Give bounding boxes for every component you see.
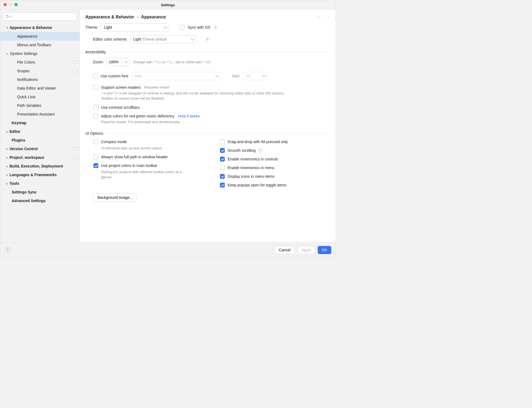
option-checkbox[interactable]: [220, 174, 225, 179]
theme-select[interactable]: Light: [101, 23, 170, 31]
font-size-select[interactable]: 13: [243, 72, 268, 80]
chevron-right-icon[interactable]: ▸: [0, 156, 9, 159]
chevron-right-icon[interactable]: ▸: [0, 173, 9, 176]
close-window-button[interactable]: [4, 3, 7, 6]
sync-with-os-label: Sync with OS: [187, 25, 210, 29]
sync-settings-gear-icon[interactable]: [213, 25, 218, 30]
editor-scheme-gear-icon[interactable]: [205, 37, 210, 42]
use-custom-font-label: Use custom font:: [100, 74, 129, 78]
sidebar-item[interactable]: ▸Build, Execution, Deployment: [0, 162, 80, 170]
settings-tree[interactable]: ▾Appearance & BehaviorAppearanceMenus an…: [0, 23, 80, 242]
zoom-label: Zoom:: [93, 60, 104, 64]
sidebar-item[interactable]: Quick Lists: [0, 93, 80, 101]
screen-readers-description: ^⇥ and ^⇧⇥ will navigate UI controls in …: [101, 91, 285, 101]
sidebar-item-label: Editor: [9, 129, 77, 134]
sidebar-item-label: System Settings: [10, 51, 77, 56]
chevron-right-icon[interactable]: ▸: [0, 130, 9, 133]
sidebar-item-label: Advanced Settings: [12, 199, 77, 203]
help-icon[interactable]: ?: [5, 247, 11, 253]
zoom-input[interactable]: [106, 58, 130, 66]
sidebar-item[interactable]: Plugins: [0, 136, 80, 144]
sidebar-item[interactable]: ▸Tools: [0, 179, 80, 188]
sidebar-item[interactable]: ▸Languages & Frameworks: [0, 170, 80, 179]
background-image-button[interactable]: Background Image...: [93, 193, 137, 202]
chevron-right-icon[interactable]: ▸: [0, 182, 9, 185]
zoom-dropdown-button[interactable]: [122, 58, 130, 66]
breadcrumb-separator: ›: [137, 15, 138, 19]
option-checkbox[interactable]: [220, 157, 225, 162]
editor-scheme-select[interactable]: Light Theme default: [130, 35, 197, 43]
search-field[interactable]: ▾: [3, 12, 77, 21]
cancel-button[interactable]: Cancel: [275, 246, 295, 254]
dropdown-icon[interactable]: ▾: [10, 15, 12, 18]
search-input[interactable]: [13, 14, 74, 19]
sidebar-item[interactable]: Keymap: [0, 119, 80, 127]
sidebar-item[interactable]: ▸Version Control: [0, 144, 80, 153]
divider: [109, 52, 330, 52]
screen-readers-checkbox[interactable]: [93, 85, 98, 90]
option-checkbox[interactable]: [220, 139, 225, 144]
sidebar-item[interactable]: Scopes: [0, 67, 80, 75]
color-deficiency-checkbox[interactable]: [93, 114, 98, 119]
sidebar-item[interactable]: Notifications: [0, 75, 80, 84]
use-custom-font-checkbox[interactable]: [93, 74, 98, 78]
option-checkbox[interactable]: [93, 163, 98, 168]
option-label: Keep popups open for toggle items: [228, 183, 286, 187]
option-label: Compact mode: [101, 140, 127, 144]
contrast-scrollbars-checkbox[interactable]: [93, 105, 98, 110]
sidebar-item[interactable]: ▸Editor: [0, 127, 80, 136]
sidebar-item[interactable]: ▾Appearance & Behavior: [0, 23, 80, 32]
chevron-right-icon[interactable]: ▸: [0, 147, 9, 150]
sidebar-item[interactable]: Settings Sync: [0, 188, 80, 196]
contrast-scrollbars-label: Use contrast scrollbars: [101, 105, 140, 110]
nav-forward-icon[interactable]: →: [326, 15, 330, 19]
chevron-down-icon[interactable]: ▾: [0, 26, 9, 29]
sidebar-item-label: Languages & Frameworks: [9, 173, 77, 177]
sidebar-item-label: Appearance: [17, 34, 77, 38]
sidebar-item[interactable]: File Colors: [0, 58, 80, 67]
content-area: Theme: Light Sync with OS Editor color s…: [80, 23, 336, 242]
color-deficiency-description: Requires restart. For protanopia and deu…: [101, 120, 200, 125]
sidebar-item[interactable]: Appearance: [0, 32, 80, 41]
ok-button[interactable]: OK: [318, 246, 331, 254]
option-checkbox[interactable]: [93, 154, 98, 159]
ui-options-left-column: Compact modeUI elements take up less scr…: [93, 139, 204, 187]
custom-font-select[interactable]: Inter: [132, 72, 221, 80]
help-icon[interactable]: ?: [258, 148, 263, 153]
sidebar-item[interactable]: Menus and Toolbars: [0, 41, 80, 49]
window-controls: [4, 3, 18, 6]
chevron-right-icon[interactable]: ▸: [0, 165, 9, 168]
sidebar-item[interactable]: Advanced Settings: [0, 196, 80, 205]
apply-button[interactable]: Apply: [297, 246, 315, 254]
color-deficiency-link[interactable]: How it works: [178, 114, 200, 119]
option-checkbox[interactable]: [220, 148, 225, 153]
minimize-window-button[interactable]: [9, 3, 12, 6]
option-checkbox[interactable]: [93, 139, 98, 144]
option-checkbox[interactable]: [220, 165, 225, 170]
option-label: Smooth scrolling: [228, 148, 256, 153]
sync-with-os-checkbox[interactable]: [180, 25, 185, 30]
zoom-value-input[interactable]: [107, 58, 122, 66]
project-scope-badge-icon: [73, 70, 77, 72]
chevron-right-icon[interactable]: ▸: [5, 52, 10, 55]
sidebar-item[interactable]: ▸System Settings: [0, 49, 80, 58]
sidebar-item-label: Version Control: [9, 147, 73, 151]
breadcrumb-current: Appearance: [141, 15, 166, 19]
project-scope-badge-icon: [73, 147, 77, 150]
breadcrumb: Appearance & Behavior › Appearance: [85, 15, 317, 19]
sidebar-item[interactable]: Path Variables: [0, 101, 80, 110]
sidebar-item[interactable]: ▸Project: workspace: [0, 153, 80, 162]
sidebar-item-label: Data Editor and Viewer: [17, 86, 77, 90]
option-label: Enable mnemonics in controls: [228, 157, 278, 161]
editor-scheme-label: Editor color scheme:: [93, 37, 128, 41]
sidebar-item[interactable]: Data Editor and Viewer: [0, 84, 80, 93]
sidebar-item-label: Scopes: [17, 69, 73, 73]
option-checkbox[interactable]: [220, 183, 225, 187]
sidebar-item-label: Build, Execution, Deployment: [9, 164, 77, 168]
sidebar-item[interactable]: Presentation Assistant: [0, 110, 80, 119]
zoom-hint: Change with ^⌥= or ^⌥-. Set to 100% with…: [133, 60, 210, 64]
maximize-window-button[interactable]: [14, 3, 18, 6]
font-size-label: Size:: [232, 74, 240, 78]
ui-options-right-column: Drag-and-drop with Alt pressed onlySmoot…: [220, 139, 330, 187]
nav-back-icon[interactable]: ←: [317, 15, 321, 19]
